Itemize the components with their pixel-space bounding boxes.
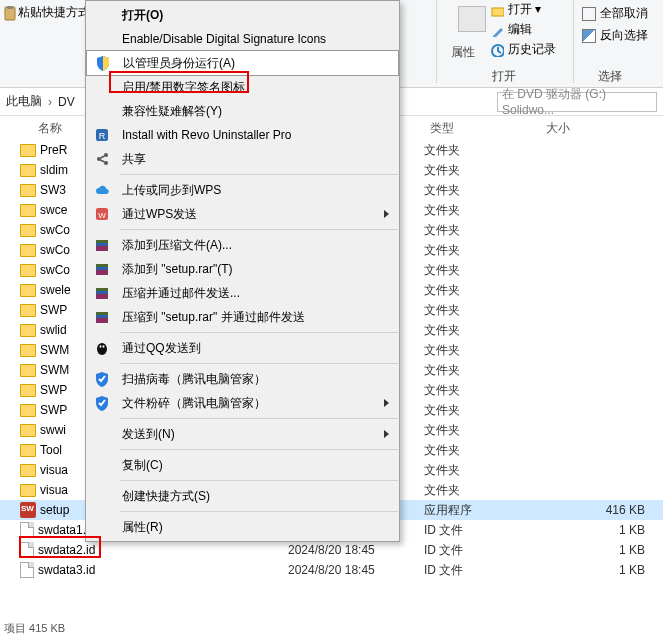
invert-selection-button[interactable]: 反向选择	[580, 26, 650, 45]
revo-icon	[94, 127, 112, 145]
folder-icon	[20, 464, 36, 477]
menu-item[interactable]: 扫描病毒（腾讯电脑管家）	[86, 367, 399, 391]
menu-item[interactable]: Enable/Disable Digital Signature Icons	[86, 27, 399, 51]
application-icon	[20, 502, 36, 518]
file-type: 文件夹	[424, 482, 540, 499]
menu-item-label: 复制(C)	[122, 457, 163, 474]
menu-item[interactable]: 兼容性疑难解答(Y)	[86, 99, 399, 123]
menu-item[interactable]: 通过WPS发送	[86, 202, 399, 226]
menu-separator	[120, 174, 398, 175]
cloud-icon	[94, 182, 112, 200]
file-type: 文件夹	[424, 422, 540, 439]
deselect-all-button[interactable]: 全部取消	[580, 4, 650, 23]
menu-item[interactable]: 添加到压缩文件(A)...	[86, 233, 399, 257]
menu-item-label: Enable/Disable Digital Signature Icons	[122, 32, 326, 46]
file-name: visua	[40, 463, 68, 477]
breadcrumb-this-pc[interactable]: 此电脑	[6, 93, 42, 110]
search-input[interactable]: 在 DVD 驱动器 (G:) Solidwo...	[497, 92, 657, 112]
history-icon	[490, 43, 504, 57]
menu-item[interactable]: 打开(O)	[86, 3, 399, 27]
status-bar: 项目 415 KB	[0, 621, 663, 635]
menu-item[interactable]: 文件粉碎（腾讯电脑管家）	[86, 391, 399, 415]
menu-item[interactable]: 上传或同步到WPS	[86, 178, 399, 202]
folder-icon	[20, 404, 36, 417]
search-placeholder: 在 DVD 驱动器 (G:) Solidwo...	[502, 86, 652, 117]
file-icon	[20, 522, 34, 538]
menu-item[interactable]: 压缩并通过邮件发送...	[86, 281, 399, 305]
open-dropdown[interactable]: 打开 ▾	[488, 0, 558, 19]
file-name: sldim	[40, 163, 68, 177]
file-type: 文件夹	[424, 342, 540, 359]
folder-icon	[20, 364, 36, 377]
column-header-type[interactable]: 类型	[424, 116, 540, 140]
file-type: 文件夹	[424, 462, 540, 479]
file-name: swdata2.id	[38, 543, 95, 557]
file-name: swCo	[40, 243, 70, 257]
file-row[interactable]: swdata2.id2024/8/20 18:45ID 文件1 KB	[0, 540, 663, 560]
file-name: visua	[40, 483, 68, 497]
file-name: SWP	[40, 403, 67, 417]
folder-icon	[20, 144, 36, 157]
menu-item-label: 通过WPS发送	[122, 206, 197, 223]
qq-icon	[94, 340, 112, 358]
menu-item[interactable]: 属性(R)	[86, 515, 399, 539]
status-text: 项目 415 KB	[4, 621, 65, 636]
menu-item[interactable]: 以管理员身份运行(A)	[86, 50, 399, 76]
column-header-size[interactable]: 大小	[540, 116, 663, 140]
menu-item[interactable]: 复制(C)	[86, 453, 399, 477]
menu-item-label: 以管理员身份运行(A)	[123, 55, 235, 72]
menu-item-label: 扫描病毒（腾讯电脑管家）	[122, 371, 266, 388]
menu-item-label: 属性(R)	[122, 519, 163, 536]
file-type: 文件夹	[424, 162, 540, 179]
breadcrumb-drive[interactable]: DV	[58, 95, 75, 109]
file-type: ID 文件	[424, 562, 540, 579]
history-button[interactable]: 历史记录	[488, 40, 558, 59]
file-row[interactable]: swdata3.id2024/8/20 18:45ID 文件1 KB	[0, 560, 663, 580]
tencent-icon	[94, 395, 112, 413]
file-name: swce	[40, 203, 67, 217]
file-size: 416 KB	[540, 503, 663, 517]
menu-item[interactable]: 创建快捷方式(S)	[86, 484, 399, 508]
file-name: swCo	[40, 263, 70, 277]
menu-item[interactable]: 发送到(N)	[86, 422, 399, 446]
file-type: 文件夹	[424, 242, 540, 259]
menu-item[interactable]: 共享	[86, 147, 399, 171]
ribbon-group-select: 选择	[598, 68, 622, 85]
file-icon	[20, 542, 34, 558]
file-name: SWP	[40, 303, 67, 317]
file-date: 2024/8/20 18:45	[288, 543, 424, 557]
file-type: ID 文件	[424, 542, 540, 559]
deselect-icon	[582, 7, 596, 21]
menu-item[interactable]: 添加到 "setup.rar"(T)	[86, 257, 399, 281]
paste-icon	[2, 5, 18, 21]
file-name: Tool	[40, 443, 62, 457]
file-name: swele	[40, 283, 71, 297]
edit-icon	[490, 23, 504, 37]
folder-icon	[20, 344, 36, 357]
ribbon-group-open: 打开	[492, 68, 516, 85]
menu-item-label: 文件粉碎（腾讯电脑管家）	[122, 395, 266, 412]
menu-item-label: 共享	[122, 151, 146, 168]
file-type: 文件夹	[424, 382, 540, 399]
invert-icon	[582, 29, 596, 43]
file-type: 文件夹	[424, 182, 540, 199]
menu-item[interactable]: 启用/禁用数字签名图标	[86, 75, 399, 99]
menu-item[interactable]: 通过QQ发送到	[86, 336, 399, 360]
menu-separator	[120, 332, 398, 333]
file-name: PreR	[40, 143, 67, 157]
file-date: 2024/8/20 18:45	[288, 563, 424, 577]
file-size: 1 KB	[540, 563, 663, 577]
file-type: 文件夹	[424, 282, 540, 299]
edit-button[interactable]: 编辑	[488, 20, 558, 39]
menu-item[interactable]: 压缩到 "setup.rar" 并通过邮件发送	[86, 305, 399, 329]
menu-separator	[120, 449, 398, 450]
paste-shortcut-button[interactable]: 粘贴快捷方式	[2, 4, 90, 21]
menu-item[interactable]: Install with Revo Uninstaller Pro	[86, 123, 399, 147]
menu-item-label: 打开(O)	[122, 7, 163, 24]
file-type: 文件夹	[424, 362, 540, 379]
file-size: 1 KB	[540, 543, 663, 557]
menu-item-label: 通过QQ发送到	[122, 340, 201, 357]
menu-item-label: Install with Revo Uninstaller Pro	[122, 128, 291, 142]
menu-item-label: 添加到 "setup.rar"(T)	[122, 261, 233, 278]
rar-icon	[94, 309, 112, 327]
